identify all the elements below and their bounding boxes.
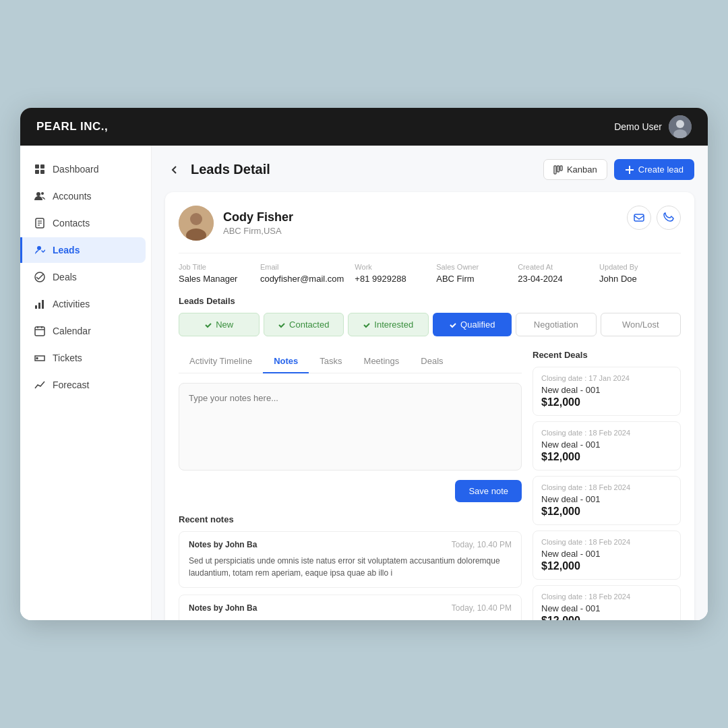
note-header-1: Notes by John Ba Today, 10.40 PM xyxy=(189,603,512,613)
save-note-button[interactable]: Save note xyxy=(455,480,522,502)
create-lead-button[interactable]: Create lead xyxy=(614,159,694,180)
field-job-title-label: Job Title xyxy=(179,263,249,271)
leads-icon xyxy=(34,244,46,256)
note-item-0: Notes by John Ba Today, 10.40 PM Sed ut … xyxy=(179,531,522,588)
lead-company: ABC Firm,USA xyxy=(223,226,293,236)
sidebar-item-calendar[interactable]: Calendar xyxy=(20,318,146,344)
notes-textarea[interactable] xyxy=(179,383,522,471)
back-button[interactable] xyxy=(165,160,184,179)
leads-detail-card: Cody Fisher ABC Firm,USA xyxy=(165,192,694,620)
field-updated: Updated by John Doe xyxy=(599,263,681,284)
lead-profile-left: Cody Fisher ABC Firm,USA xyxy=(179,206,293,241)
deal-closing-2: Closing date : 18 Feb 2024 xyxy=(541,483,672,491)
field-sales-owner-label: Sales Owner xyxy=(436,263,507,271)
app-shell: PEARL INC., Demo User Dashboard xyxy=(20,108,708,620)
status-new[interactable]: New xyxy=(179,313,260,336)
status-negotiation[interactable]: Negotiation xyxy=(516,313,597,336)
field-created-label: Created at xyxy=(518,263,588,271)
svg-rect-31 xyxy=(634,214,644,221)
sidebar-item-forecast[interactable]: Forecast xyxy=(20,372,146,398)
deal-amount-3: $12,000 xyxy=(541,560,672,572)
main-content: Leads Detail Kanban Create lead xyxy=(152,146,708,620)
sidebar-item-accounts[interactable]: Accounts xyxy=(20,183,146,209)
main-right: Recent Deals Closing date : 17 Jan 2024 … xyxy=(533,350,681,620)
deal-name-0: New deal - 001 xyxy=(541,385,672,395)
field-job-title: Job Title Sales Manager xyxy=(179,263,260,284)
kanban-label: Kanban xyxy=(567,164,597,175)
tab-tasks[interactable]: Tasks xyxy=(309,350,353,373)
lead-profile: Cody Fisher ABC Firm,USA xyxy=(179,206,681,241)
deal-closing-4: Closing date : 18 Feb 2024 xyxy=(541,593,672,601)
tab-deals[interactable]: Deals xyxy=(410,350,454,373)
svg-rect-16 xyxy=(38,303,40,309)
deal-closing-3: Closing date : 18 Feb 2024 xyxy=(541,538,672,546)
deal-amount-4: $12,000 xyxy=(541,615,672,620)
tab-meetings[interactable]: Meetings xyxy=(353,350,411,373)
sidebar-item-contacts[interactable]: Contacts xyxy=(20,210,146,236)
user-menu[interactable]: Demo User xyxy=(614,115,692,138)
note-time-0: Today, 10.40 PM xyxy=(452,540,512,549)
status-new-label: New xyxy=(216,320,233,330)
page-header: Leads Detail Kanban Create lead xyxy=(165,159,694,180)
deal-amount-0: $12,000 xyxy=(541,396,672,408)
deal-name-3: New deal - 001 xyxy=(541,549,672,559)
deals-icon xyxy=(34,271,46,283)
deals-list: Closing date : 17 Jan 2024 New deal - 00… xyxy=(533,367,681,620)
recent-notes-label: Recent notes xyxy=(179,514,522,524)
status-negotiation-label: Negotiation xyxy=(534,320,578,330)
phone-action-button[interactable] xyxy=(657,206,681,230)
field-sales-owner: Sales Owner ABC Firm xyxy=(436,263,518,284)
lead-fields: Job Title Sales Manager Email codyfisher… xyxy=(179,253,681,284)
svg-point-1 xyxy=(676,120,684,128)
note-author-0: Notes by John Ba xyxy=(189,540,257,549)
deal-name-4: New deal - 001 xyxy=(541,603,672,613)
forecast-icon xyxy=(34,379,46,391)
sidebar-item-forecast-label: Forecast xyxy=(53,380,89,390)
app-body: Dashboard Accounts Contacts Leads xyxy=(20,146,708,620)
status-contacted[interactable]: Contacted xyxy=(264,313,344,336)
sidebar-item-tickets[interactable]: Tickets xyxy=(20,345,146,371)
svg-rect-23 xyxy=(554,166,556,174)
status-contacted-label: Contacted xyxy=(289,320,329,330)
deal-name-1: New deal - 001 xyxy=(541,439,672,450)
sidebar-item-leads-label: Leads xyxy=(53,245,80,255)
grid-icon xyxy=(34,163,46,175)
recent-deals-label: Recent Deals xyxy=(533,350,681,360)
status-interested-label: Interested xyxy=(374,320,413,330)
sidebar-item-contacts-label: Contacts xyxy=(53,218,90,229)
status-wonlost[interactable]: Won/Lost xyxy=(601,313,681,336)
lead-info: Cody Fisher ABC Firm,USA xyxy=(223,210,293,236)
accounts-icon xyxy=(34,190,46,202)
svg-rect-25 xyxy=(560,166,562,171)
sidebar-item-accounts-label: Accounts xyxy=(53,191,92,202)
svg-point-13 xyxy=(37,246,41,250)
sidebar-item-deals-label: Deals xyxy=(53,272,77,282)
field-updated-label: Updated by xyxy=(599,263,670,271)
svg-point-7 xyxy=(36,192,40,196)
kanban-button[interactable]: Kanban xyxy=(543,159,607,180)
status-qualified[interactable]: Qualified xyxy=(433,313,512,336)
note-header-0: Notes by John Ba Today, 10.40 PM xyxy=(189,540,512,549)
status-wonlost-label: Won/Lost xyxy=(622,320,659,330)
svg-point-8 xyxy=(41,192,44,195)
sidebar-item-activities[interactable]: Activities xyxy=(20,291,146,317)
svg-rect-24 xyxy=(557,166,559,172)
tab-activity-timeline[interactable]: Activity Timeline xyxy=(179,350,263,373)
field-work-value: +81 9929288 xyxy=(355,274,425,284)
page-title: Leads Detail xyxy=(191,162,270,177)
svg-rect-5 xyxy=(35,170,39,174)
sidebar-item-dashboard[interactable]: Dashboard xyxy=(20,156,146,182)
deal-item-1: Closing date : 18 Feb 2024 New deal - 00… xyxy=(533,421,681,471)
lead-actions xyxy=(627,206,681,230)
status-steps: New Contacted Interested Qualified xyxy=(179,313,681,336)
user-name: Demo User xyxy=(614,121,662,132)
field-work: Work +81 9929288 xyxy=(355,263,436,284)
page-header-left: Leads Detail xyxy=(165,160,270,179)
tab-notes[interactable]: Notes xyxy=(263,350,309,373)
lead-avatar xyxy=(179,206,214,241)
status-interested[interactable]: Interested xyxy=(348,313,429,336)
email-action-button[interactable] xyxy=(627,206,651,230)
field-email-label: Email xyxy=(260,263,344,271)
sidebar-item-leads[interactable]: Leads xyxy=(20,237,146,263)
sidebar-item-deals[interactable]: Deals xyxy=(20,264,146,290)
